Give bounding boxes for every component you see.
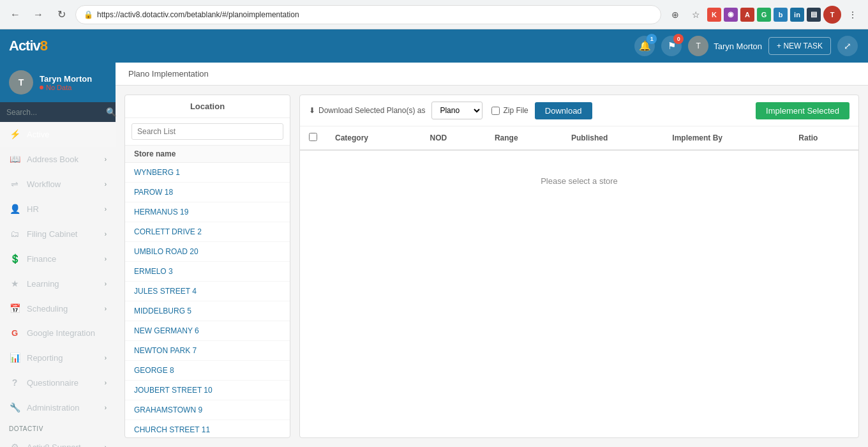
sidebar-user-header[interactable]: T Taryn Morton No Data bbox=[0, 63, 116, 102]
download-button[interactable]: Download bbox=[535, 102, 592, 119]
sidebar-item-activ8-support[interactable]: ⚙ Activ8 Support › bbox=[0, 435, 116, 447]
store-item[interactable]: GEORGE 8 bbox=[125, 361, 290, 381]
col-published: Published bbox=[562, 126, 663, 150]
sidebar-item-learning[interactable]: ★ Learning › bbox=[0, 271, 116, 296]
empty-row: Please select a store bbox=[300, 150, 858, 211]
message-button[interactable]: ⚑ 0 bbox=[661, 36, 682, 56]
store-item[interactable]: NEWTON PARK 7 bbox=[125, 341, 290, 361]
table-body: Please select a store bbox=[300, 150, 858, 211]
select-all-checkbox[interactable] bbox=[309, 133, 317, 141]
arrow-icon: › bbox=[105, 280, 107, 287]
col-nod: NOD bbox=[421, 126, 485, 150]
arrow-icon: › bbox=[105, 156, 107, 163]
scheduling-icon: 📅 bbox=[9, 303, 20, 314]
activ8-support-icon: ⚙ bbox=[9, 442, 20, 447]
search-browser-icon[interactable]: ⊕ bbox=[666, 6, 684, 24]
browser-icons: ⊕ ☆ K ◉ A G b in ▤ T ⋮ bbox=[666, 6, 862, 24]
new-task-button[interactable]: + NEW TASK bbox=[768, 37, 831, 55]
arrow-icon: › bbox=[105, 255, 107, 262]
questionnaire-icon: ? bbox=[9, 377, 20, 388]
store-item[interactable]: MIDDELBURG 5 bbox=[125, 301, 290, 321]
breadcrumb-text: Plano Implementation bbox=[128, 69, 209, 79]
sidebar-item-active-label: Active bbox=[27, 130, 107, 139]
sidebar-item-address-book-label: Address Book bbox=[27, 155, 98, 164]
arrow-icon: › bbox=[105, 206, 107, 213]
store-item[interactable]: UMBILO ROAD 20 bbox=[125, 242, 290, 262]
location-search-input[interactable] bbox=[131, 123, 283, 140]
ext2-icon[interactable]: ◉ bbox=[724, 8, 738, 22]
sidebar: Activ8 T Taryn Morton No Data 🔍 ⚡ Active bbox=[0, 29, 116, 447]
topbar-user-avatar: T bbox=[688, 36, 708, 56]
sidebar-search-input[interactable] bbox=[6, 108, 102, 117]
ext6-icon[interactable]: in bbox=[790, 8, 804, 22]
store-item[interactable]: CORLETT DRIVE 2 bbox=[125, 222, 290, 242]
sidebar-item-google-integration[interactable]: G Google Integration bbox=[0, 321, 116, 345]
bookmark-icon[interactable]: ☆ bbox=[687, 6, 705, 24]
format-select[interactable]: PlanoPDFExcel bbox=[431, 102, 483, 119]
store-item[interactable]: HERMANUS 19 bbox=[125, 202, 290, 222]
panel-toolbar: ⬇ Download Selected Plano(s) as PlanoPDF… bbox=[300, 95, 858, 126]
share-button[interactable]: ⤢ bbox=[837, 36, 858, 56]
logo-8-text: 8 bbox=[40, 38, 47, 54]
sidebar-item-filing-cabinet[interactable]: 🗂 Filing Cabinet › bbox=[0, 222, 116, 246]
sidebar-item-reporting[interactable]: 📊 Reporting › bbox=[0, 345, 116, 370]
store-item[interactable]: JULES STREET 4 bbox=[125, 282, 290, 301]
ext1-icon[interactable]: K bbox=[707, 8, 721, 22]
store-item[interactable]: JOUBERT STREET 10 bbox=[125, 381, 290, 400]
logo-activ-text: Activ bbox=[9, 38, 40, 54]
topbar-user-name: Taryn Morton bbox=[714, 42, 762, 51]
store-item[interactable]: ERMELO 3 bbox=[125, 262, 290, 282]
finance-icon: 💲 bbox=[9, 254, 20, 264]
ext4-icon[interactable]: G bbox=[757, 8, 771, 22]
sidebar-item-filing-cabinet-label: Filing Cabinet bbox=[27, 229, 98, 239]
sidebar-item-hr[interactable]: 👤 HR › bbox=[0, 197, 116, 222]
sidebar-item-finance[interactable]: 💲 Finance › bbox=[0, 246, 116, 271]
ext3-icon[interactable]: A bbox=[740, 8, 754, 22]
sidebar-search-icon[interactable]: 🔍 bbox=[106, 107, 116, 117]
app-row: Activ8 T Taryn Morton No Data 🔍 ⚡ Active bbox=[0, 29, 868, 447]
sidebar-item-reporting-label: Reporting bbox=[27, 353, 98, 363]
arrow-icon: › bbox=[105, 404, 107, 411]
zip-file-checkbox[interactable] bbox=[491, 107, 500, 115]
sidebar-item-active[interactable]: ⚡ Active bbox=[0, 122, 116, 147]
reporting-icon: 📊 bbox=[9, 352, 20, 363]
right-panel: ⬇ Download Selected Plano(s) as PlanoPDF… bbox=[299, 95, 859, 438]
more-options-icon[interactable]: ⋮ bbox=[844, 6, 862, 24]
table-header-row: Category NOD Range Published Implement B… bbox=[300, 126, 858, 150]
sidebar-item-questionnaire[interactable]: ? Questionnaire › bbox=[0, 370, 116, 395]
browser-profile-icon[interactable]: T bbox=[823, 6, 841, 24]
reload-button[interactable]: ↻ bbox=[52, 6, 70, 24]
sidebar-item-activ8-support-label: Activ8 Support bbox=[27, 443, 98, 448]
active-icon: ⚡ bbox=[9, 129, 20, 139]
address-bar[interactable]: 🔒 https://activ8.dotactiv.com/betablank/… bbox=[75, 5, 661, 24]
administration-icon: 🔧 bbox=[9, 402, 20, 413]
logo-bar: Activ8 bbox=[0, 29, 116, 63]
browser-bar: ← → ↻ 🔒 https://activ8.dotactiv.com/beta… bbox=[0, 0, 868, 29]
sidebar-item-administration-label: Administration bbox=[27, 403, 98, 413]
workflow-icon: ⇌ bbox=[9, 179, 20, 189]
sidebar-item-workflow[interactable]: ⇌ Workflow › bbox=[0, 172, 116, 197]
notification-button[interactable]: 🔔 1 bbox=[634, 36, 655, 56]
sidebar-item-administration[interactable]: 🔧 Administration › bbox=[0, 395, 116, 420]
download-icon: ⬇ bbox=[309, 106, 315, 115]
store-item[interactable]: WYNBERG 1 bbox=[125, 163, 290, 183]
zip-file-label[interactable]: Zip File bbox=[491, 106, 528, 115]
ext7-icon[interactable]: ▤ bbox=[807, 8, 821, 22]
sidebar-item-scheduling[interactable]: 📅 Scheduling › bbox=[0, 296, 116, 321]
sidebar-item-address-book[interactable]: 📖 Address Book › bbox=[0, 147, 116, 172]
store-item[interactable]: CHURCH STREET 11 bbox=[125, 420, 290, 437]
lock-icon: 🔒 bbox=[84, 10, 93, 19]
ext5-icon[interactable]: b bbox=[774, 8, 788, 22]
data-table: Category NOD Range Published Implement B… bbox=[300, 126, 858, 437]
location-panel: Location Store name WYNBERG 1PAROW 18HER… bbox=[124, 95, 290, 438]
arrow-icon: › bbox=[105, 181, 107, 188]
store-item[interactable]: PAROW 18 bbox=[125, 183, 290, 202]
sidebar-item-workflow-label: Workflow bbox=[27, 179, 98, 189]
back-button[interactable]: ← bbox=[6, 6, 24, 24]
arrow-icon: › bbox=[105, 305, 107, 312]
topbar-user[interactable]: T Taryn Morton bbox=[688, 36, 762, 56]
store-item[interactable]: GRAHAMSTOWN 9 bbox=[125, 400, 290, 420]
implement-selected-button[interactable]: Implement Selected bbox=[756, 102, 849, 119]
forward-button[interactable]: → bbox=[29, 6, 47, 24]
store-item[interactable]: NEW GERMANY 6 bbox=[125, 321, 290, 341]
